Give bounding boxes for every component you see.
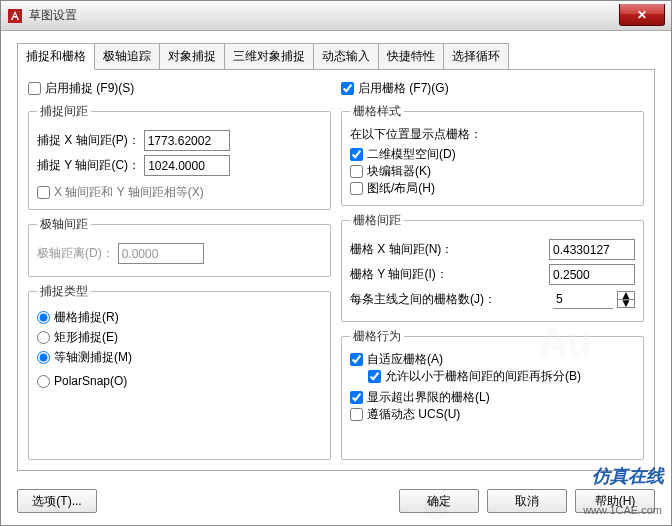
- polar-snap-radio[interactable]: [37, 375, 50, 388]
- spinner-icon[interactable]: ▲▼: [617, 291, 635, 308]
- close-button[interactable]: ✕: [619, 4, 665, 26]
- grid-snap-label[interactable]: 栅格捕捉(R): [54, 309, 119, 326]
- grid-snap-radio[interactable]: [37, 311, 50, 324]
- snap-type-group: 捕捉类型 栅格捕捉(R) 矩形捕捉(E) 等轴测捕捉(M): [28, 283, 331, 460]
- dialog-body: 捕捉和栅格 极轴追踪 对象捕捉 三维对象捕捉 动态输入 快捷特性 选择循环 启用…: [1, 31, 671, 481]
- enable-grid-label[interactable]: 启用栅格 (F7)(G): [358, 80, 449, 97]
- grid-y-input[interactable]: [549, 264, 635, 285]
- grid-style-caption: 在以下位置显示点栅格：: [350, 126, 635, 143]
- grid-style-group: 栅格样式 在以下位置显示点栅格： 二维模型空间(D) 块编辑器(K) 图纸/布局…: [341, 103, 644, 206]
- beyond-limits-checkbox[interactable]: [350, 391, 363, 404]
- right-column: 启用栅格 (F7)(G) 栅格样式 在以下位置显示点栅格： 二维模型空间(D) …: [341, 80, 644, 460]
- tab-selection-cycling[interactable]: 选择循环: [443, 43, 509, 69]
- follow-ucs-label[interactable]: 遵循动态 UCS(U): [367, 406, 460, 423]
- polar-snap-label[interactable]: PolarSnap(O): [54, 374, 127, 388]
- grid-paper-label[interactable]: 图纸/布局(H): [367, 180, 435, 197]
- polar-spacing-group: 极轴间距 极轴距离(D)：: [28, 216, 331, 277]
- left-column: 启用捕捉 (F9)(S) 捕捉间距 捕捉 X 轴间距(P)： 捕捉 Y 轴间距(…: [28, 80, 331, 460]
- enable-grid-row: 启用栅格 (F7)(G): [341, 80, 644, 97]
- snap-y-input[interactable]: [144, 155, 230, 176]
- enable-snap-checkbox[interactable]: [28, 82, 41, 95]
- grid-major-input[interactable]: [553, 289, 613, 309]
- rect-snap-radio[interactable]: [37, 331, 50, 344]
- dialog-buttons: 选项(T)... 确定 取消 帮助(H): [1, 481, 671, 525]
- help-button[interactable]: 帮助(H): [575, 489, 655, 513]
- app-icon: [7, 8, 23, 24]
- grid-style-legend: 栅格样式: [350, 103, 404, 120]
- grid-blockeditor-label[interactable]: 块编辑器(K): [367, 163, 431, 180]
- enable-grid-checkbox[interactable]: [341, 82, 354, 95]
- tab-quick-props[interactable]: 快捷特性: [378, 43, 444, 69]
- grid-paper-checkbox[interactable]: [350, 182, 363, 195]
- grid-2d-label[interactable]: 二维模型空间(D): [367, 146, 456, 163]
- enable-snap-row: 启用捕捉 (F9)(S): [28, 80, 331, 97]
- window-title: 草图设置: [29, 7, 619, 24]
- grid-blockeditor-checkbox[interactable]: [350, 165, 363, 178]
- grid-spacing-legend: 栅格间距: [350, 212, 404, 229]
- adaptive-grid-label[interactable]: 自适应栅格(A): [367, 351, 443, 368]
- beyond-limits-label[interactable]: 显示超出界限的栅格(L): [367, 389, 490, 406]
- grid-spacing-group: 栅格间距 栅格 X 轴间距(N)： 栅格 Y 轴间距(I)： 每条主线之间的栅格…: [341, 212, 644, 322]
- polar-spacing-legend: 极轴间距: [37, 216, 91, 233]
- tab-content: 启用捕捉 (F9)(S) 捕捉间距 捕捉 X 轴间距(P)： 捕捉 Y 轴间距(…: [17, 70, 655, 471]
- grid-2d-checkbox[interactable]: [350, 148, 363, 161]
- tab-3d-osnap[interactable]: 三维对象捕捉: [224, 43, 314, 69]
- dialog-window: 草图设置 ✕ 捕捉和栅格 极轴追踪 对象捕捉 三维对象捕捉 动态输入 快捷特性 …: [0, 0, 672, 526]
- snap-x-label: 捕捉 X 轴间距(P)：: [37, 132, 140, 149]
- equal-xy-label[interactable]: X 轴间距和 Y 轴间距相等(X): [54, 184, 204, 201]
- snap-x-input[interactable]: [144, 130, 230, 151]
- grid-major-label: 每条主线之间的栅格数(J)：: [350, 291, 549, 308]
- grid-behavior-group: 栅格行为 自适应栅格(A) 允许以小于栅格间距的间距再拆分(B) 显示超出界限的…: [341, 328, 644, 460]
- polar-dist-input: [118, 243, 204, 264]
- close-icon: ✕: [637, 8, 647, 22]
- tab-strip: 捕捉和栅格 极轴追踪 对象捕捉 三维对象捕捉 动态输入 快捷特性 选择循环: [17, 43, 655, 70]
- polar-dist-label: 极轴距离(D)：: [37, 245, 114, 262]
- options-button[interactable]: 选项(T)...: [17, 489, 97, 513]
- tab-dynamic-input[interactable]: 动态输入: [313, 43, 379, 69]
- subdivide-grid-label[interactable]: 允许以小于栅格间距的间距再拆分(B): [385, 368, 581, 385]
- tab-osnap[interactable]: 对象捕捉: [159, 43, 225, 69]
- enable-snap-label[interactable]: 启用捕捉 (F9)(S): [45, 80, 134, 97]
- iso-snap-radio[interactable]: [37, 351, 50, 364]
- ok-button[interactable]: 确定: [399, 489, 479, 513]
- tab-polar[interactable]: 极轴追踪: [94, 43, 160, 69]
- snap-spacing-legend: 捕捉间距: [37, 103, 91, 120]
- follow-ucs-checkbox[interactable]: [350, 408, 363, 421]
- grid-x-input[interactable]: [549, 239, 635, 260]
- equal-xy-checkbox[interactable]: [37, 186, 50, 199]
- rect-snap-label[interactable]: 矩形捕捉(E): [54, 329, 118, 346]
- grid-behavior-legend: 栅格行为: [350, 328, 404, 345]
- cancel-button[interactable]: 取消: [487, 489, 567, 513]
- titlebar: 草图设置 ✕: [1, 1, 671, 31]
- adaptive-grid-checkbox[interactable]: [350, 353, 363, 366]
- snap-y-label: 捕捉 Y 轴间距(C)：: [37, 157, 140, 174]
- grid-y-label: 栅格 Y 轴间距(I)：: [350, 266, 545, 283]
- tab-snap-grid[interactable]: 捕捉和栅格: [17, 43, 95, 70]
- iso-snap-label[interactable]: 等轴测捕捉(M): [54, 349, 132, 366]
- grid-x-label: 栅格 X 轴间距(N)：: [350, 241, 545, 258]
- snap-type-legend: 捕捉类型: [37, 283, 91, 300]
- subdivide-grid-checkbox[interactable]: [368, 370, 381, 383]
- snap-spacing-group: 捕捉间距 捕捉 X 轴间距(P)： 捕捉 Y 轴间距(C)： X 轴间距和 Y …: [28, 103, 331, 210]
